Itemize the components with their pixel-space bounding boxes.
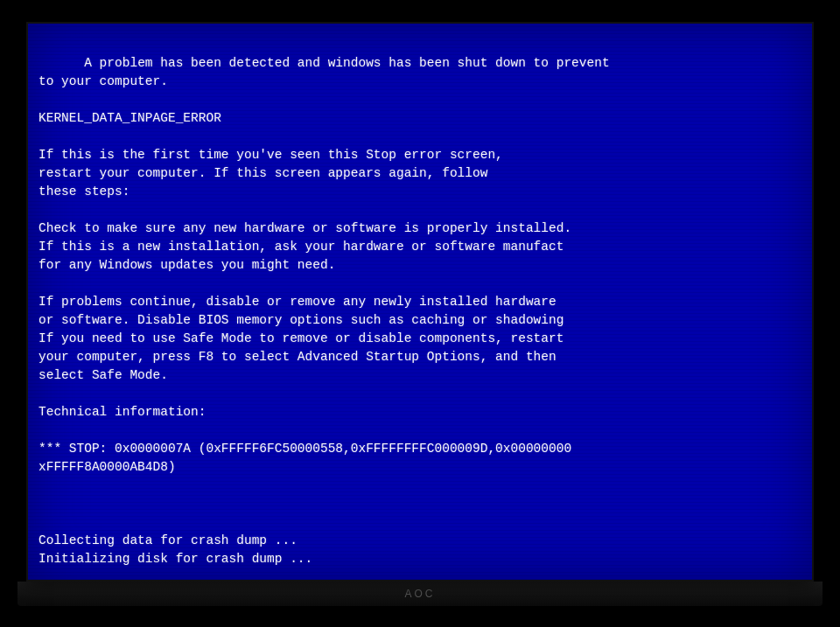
bsod-para2-l2: If this is a new installation, ask your …: [38, 240, 564, 254]
bsod-error-code: KERNEL_DATA_INPAGE_ERROR: [38, 111, 221, 125]
bsod-para2-l3: for any Windows updates you might need.: [38, 258, 335, 272]
bsod-collecting: Collecting data for crash dump ...: [38, 533, 298, 547]
bsod-text: A problem has been detected and windows …: [35, 32, 805, 571]
bsod-para3-l3: If you need to use Safe Mode to remove o…: [38, 331, 564, 345]
bsod-stop-l2: xFFFFF8A0000AB4D8): [38, 460, 176, 474]
bsod-initializing: Initializing disk for crash dump ...: [38, 552, 312, 566]
bsod-para3-l1: If problems continue, disable or remove …: [38, 295, 556, 309]
bsod-para3-l5: select Safe Mode.: [38, 368, 168, 382]
bsod-stop-l1: *** STOP: 0x0000007A (0xFFFFF6FC50000558…: [38, 442, 571, 456]
monitor: A problem has been detected and windows …: [0, 0, 840, 627]
bsod-para1-l3: these steps:: [38, 185, 130, 199]
bsod-tech-header: Technical information:: [38, 405, 206, 419]
bsod-para2-l1: Check to make sure any new hardware or s…: [38, 221, 571, 235]
monitor-brand-label: AOC: [404, 588, 435, 600]
bsod-line2: to your computer.: [38, 74, 168, 88]
bsod-screen: A problem has been detected and windows …: [26, 22, 814, 582]
bsod-para3-l2: or software. Disable BIOS memory options…: [38, 313, 564, 327]
bsod-para1-l1: If this is the first time you've seen th…: [38, 148, 503, 162]
bsod-para3-l4: your computer, press F8 to select Advanc…: [38, 350, 556, 364]
bsod-para1-l2: restart your computer. If this screen ap…: [38, 166, 487, 180]
monitor-base: AOC: [18, 582, 822, 606]
bsod-line1: A problem has been detected and windows …: [84, 56, 609, 70]
